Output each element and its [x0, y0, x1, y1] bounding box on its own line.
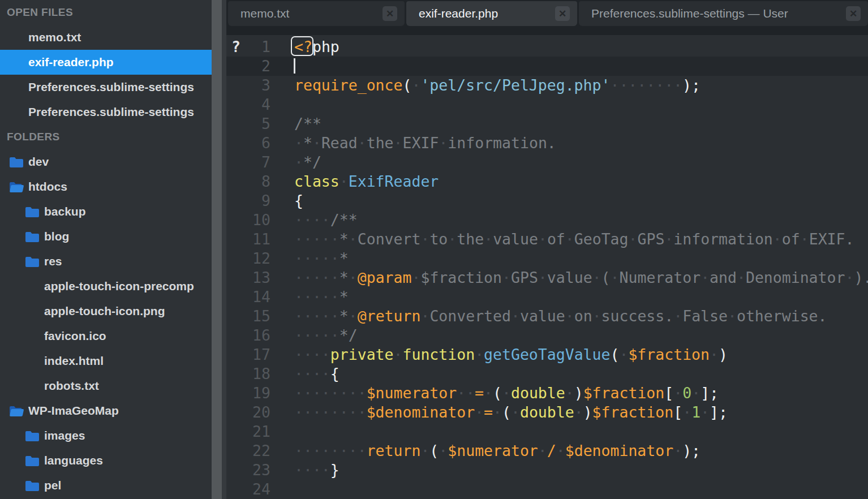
line-number: 18 — [246, 364, 270, 384]
code-token: Read — [321, 134, 358, 152]
gutter-marker — [226, 287, 246, 307]
code-token: to — [429, 230, 448, 248]
code-token: success. — [601, 307, 674, 325]
tree-item-5[interactable]: apple-touch-icon-precomp — [0, 274, 212, 299]
tree-item-8[interactable]: index.html — [0, 349, 212, 373]
code-token: $fraction — [420, 269, 502, 286]
whitespace-dots: ···· — [294, 250, 330, 267]
whitespace-dots: · — [420, 442, 429, 459]
line-number: 24 — [246, 480, 270, 499]
open-file-label: memo.txt — [28, 25, 81, 50]
code-token: ( — [493, 384, 502, 402]
line-text — [270, 422, 294, 441]
tab-preferences-sublime-settings-user[interactable]: Preferences.sublime-settings — User✕ — [579, 1, 868, 26]
code-token: ) — [583, 403, 592, 421]
open-file-label: Preferences.sublime-settings — [28, 100, 194, 124]
line-text: ·····*·@param·$fraction·GPS·value·(·Nume… — [270, 268, 868, 287]
tree-item-11[interactable]: images — [0, 423, 212, 448]
tree-item-label: WP-ImaGeoMap — [28, 398, 119, 423]
code-line-13: 13·····*·@param·$fraction·GPS·value·(·Nu… — [226, 268, 868, 287]
line-number: 17 — [246, 345, 270, 364]
code-line-14: 14·····* — [226, 287, 868, 307]
whitespace-dots: ···· — [294, 307, 330, 325]
tree-item-2[interactable]: backup — [0, 199, 212, 224]
open-file-item-3[interactable]: Preferences.sublime-settings — [0, 100, 212, 124]
tree-item-0[interactable]: dev — [0, 149, 212, 174]
whitespace-dots: · — [565, 384, 574, 402]
code-line-4: 4 — [226, 95, 868, 114]
code-token: private — [330, 346, 394, 363]
whitespace-dots: · — [673, 307, 682, 325]
tab-close-icon[interactable]: ✕ — [846, 6, 861, 21]
whitespace-dots: · — [448, 230, 457, 248]
tree-item-label: dev — [28, 149, 49, 174]
whitespace-dots: ···· — [294, 346, 330, 363]
tree-item-13[interactable]: pel — [0, 473, 212, 498]
whitespace-dots: · — [330, 288, 340, 306]
tab-exif-reader-php[interactable]: exif-reader.php✕ — [406, 1, 577, 26]
line-number: 2 — [246, 57, 270, 76]
code-token: ); — [682, 442, 701, 459]
whitespace-dots: ···· — [294, 326, 330, 344]
whitespace-dots: · — [574, 403, 583, 421]
tree-item-label: res — [44, 249, 62, 274]
whitespace-dots: · — [330, 326, 340, 344]
tab-close-icon[interactable]: ✕ — [383, 6, 397, 21]
open-file-label: exif-reader.php — [28, 50, 114, 75]
code-token: require_once — [294, 76, 402, 94]
code-token: ) — [719, 346, 728, 363]
line-number: 10 — [246, 210, 270, 230]
code-line-18: 18····{ — [226, 364, 868, 384]
whitespace-dots: · — [349, 307, 358, 325]
whitespace-dots: · — [556, 442, 565, 459]
tree-item-1[interactable]: htdocs — [0, 174, 212, 199]
gutter-marker — [226, 191, 246, 210]
folder-closed-icon — [25, 455, 44, 466]
sidebar-scrollbar[interactable] — [212, 0, 222, 499]
tab-memo-txt[interactable]: memo.txt✕ — [228, 1, 405, 26]
code-area[interactable]: ?1<?php23require_once(·'pel/src/PelJpeg.… — [226, 35, 868, 499]
code-line-15: 15·····*·@return·Converted·value·on·succ… — [226, 307, 868, 326]
code-token: on — [574, 307, 592, 325]
open-file-item-2[interactable]: Preferences.sublime-settings — [0, 75, 212, 100]
tree-item-6[interactable]: apple-touch-icon.png — [0, 299, 212, 324]
folder-closed-icon — [25, 206, 44, 217]
tree-item-7[interactable]: favicon.ico — [0, 324, 212, 349]
code-token: information. — [448, 134, 556, 152]
code-token: <? — [294, 38, 312, 55]
code-token: 0 — [682, 384, 691, 402]
code-token: GPS — [511, 269, 538, 286]
tab-close-icon[interactable]: ✕ — [555, 6, 570, 21]
tab-title: Preferences.sublime-settings — User — [591, 7, 839, 20]
code-token: ExifReader — [349, 173, 439, 190]
code-line-12: 12·····* — [226, 249, 868, 268]
open-file-item-0[interactable]: memo.txt — [0, 25, 212, 50]
open-file-item-1[interactable]: exif-reader.php — [0, 50, 212, 75]
whitespace-dots: · — [737, 269, 746, 286]
whitespace-dots: · — [294, 134, 303, 152]
whitespace-dots: · — [420, 307, 429, 325]
tree-item-12[interactable]: languages — [0, 448, 212, 473]
tree-item-3[interactable]: blog — [0, 224, 212, 249]
whitespace-dots: · — [330, 269, 340, 286]
code-token: ]; — [710, 403, 728, 421]
gutter-marker — [226, 345, 246, 364]
gutter-marker — [226, 268, 246, 287]
whitespace-dots: · — [701, 269, 710, 286]
code-line-1: ?1<?php — [226, 37, 868, 57]
gutter-marker — [226, 422, 246, 441]
line-number: 21 — [246, 422, 270, 441]
tree-item-10[interactable]: WP-ImaGeoMap — [0, 398, 212, 423]
whitespace-dots: ···· — [294, 211, 330, 229]
tree-item-4[interactable]: res — [0, 249, 212, 274]
line-text: ·····* — [270, 249, 349, 268]
line-number: 9 — [246, 191, 270, 210]
code-token: of — [547, 230, 565, 248]
whitespace-dots: · — [484, 384, 493, 402]
tree-item-label: robots.txt — [44, 373, 99, 398]
whitespace-dots: ·· — [457, 384, 475, 402]
gutter-marker — [226, 480, 246, 499]
line-number: 14 — [246, 287, 270, 307]
gutter-marker — [226, 230, 246, 249]
tree-item-9[interactable]: robots.txt — [0, 373, 212, 398]
